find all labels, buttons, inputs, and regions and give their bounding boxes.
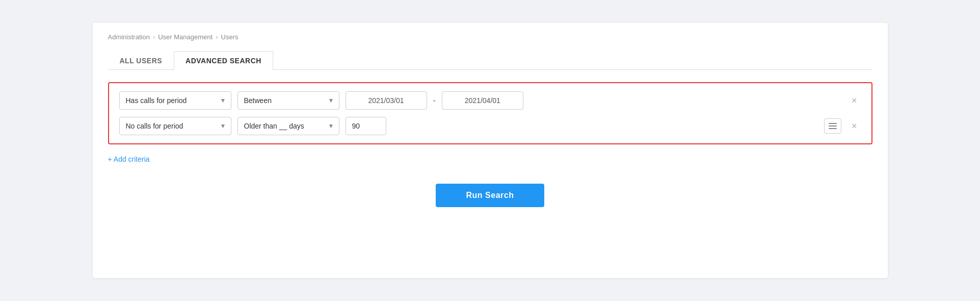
run-search-container: Run Search xyxy=(108,184,872,207)
svg-rect-0 xyxy=(829,123,837,124)
criteria-row-1: Has calls for period No calls for period… xyxy=(119,91,861,110)
field-select-wrapper-1: Has calls for period No calls for period… xyxy=(119,91,231,110)
svg-rect-1 xyxy=(829,126,837,127)
remove-row-1-button[interactable]: × xyxy=(847,94,861,107)
criteria-box: Has calls for period No calls for period… xyxy=(108,82,872,144)
breadcrumb-sep-1: › xyxy=(153,33,155,41)
main-card: Administration › User Management › Users… xyxy=(93,23,888,278)
breadcrumb-admin: Administration xyxy=(108,33,150,41)
field-select-2[interactable]: Has calls for period No calls for period xyxy=(119,117,231,135)
breadcrumb-user-mgmt: User Management xyxy=(158,33,213,41)
remove-row-2-button[interactable]: × xyxy=(847,119,861,133)
field-select-wrapper-2: Has calls for period No calls for period… xyxy=(119,117,231,135)
breadcrumb-sep-2: › xyxy=(216,33,218,41)
run-search-button[interactable]: Run Search xyxy=(436,184,545,207)
breadcrumb-users: Users xyxy=(221,33,239,41)
list-icon xyxy=(829,122,837,130)
condition-select-wrapper-1: Between After Before ▼ xyxy=(237,91,339,110)
criteria-row-2: Has calls for period No calls for period… xyxy=(119,117,861,135)
date-separator: - xyxy=(433,96,436,105)
tabs-container: ALL USERS ADVANCED SEARCH xyxy=(108,51,872,70)
list-icon-button[interactable] xyxy=(824,118,841,134)
condition-select-1[interactable]: Between After Before xyxy=(237,91,339,110)
days-value-input[interactable] xyxy=(346,117,386,135)
breadcrumb: Administration › User Management › Users xyxy=(108,33,872,41)
condition-select-2[interactable]: Older than __ days In last __ days xyxy=(237,117,339,135)
condition-select-wrapper-2: Older than __ days In last __ days ▼ xyxy=(237,117,339,135)
tab-advanced-search[interactable]: ADVANCED SEARCH xyxy=(174,51,273,70)
add-criteria-button[interactable]: + Add criteria xyxy=(108,155,150,163)
tab-all-users[interactable]: ALL USERS xyxy=(108,51,174,70)
page-container: Administration › User Management › Users… xyxy=(0,0,980,301)
svg-rect-2 xyxy=(829,128,837,129)
field-select-1[interactable]: Has calls for period No calls for period xyxy=(119,91,231,110)
date-from-input[interactable] xyxy=(346,91,427,110)
date-to-input[interactable] xyxy=(442,91,523,110)
